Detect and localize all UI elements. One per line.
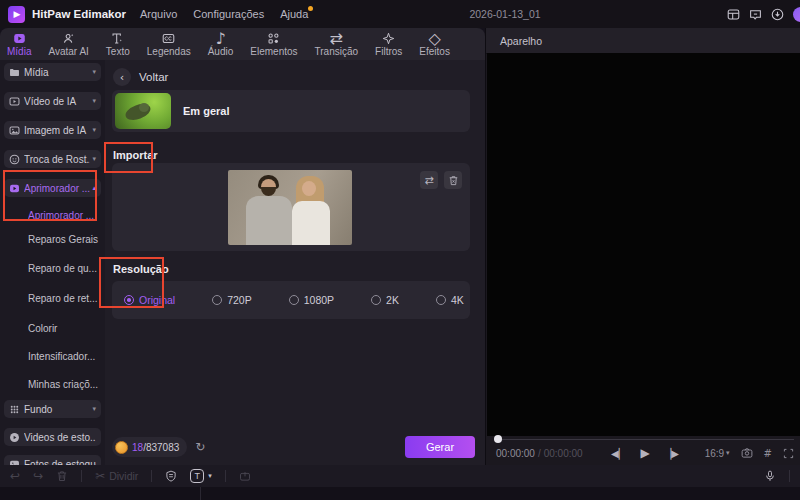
preview-panel: Aparelho 00:00:00 / 00:00:00 ◀▏ ▶ ▕▶ 16:…	[485, 28, 800, 465]
tab-audio[interactable]: ♪ Áudio	[208, 32, 234, 57]
export-frame-button[interactable]	[239, 470, 251, 482]
timeline-track-area[interactable]	[0, 487, 800, 500]
radio-original[interactable]: Original	[124, 294, 175, 306]
export-icon	[239, 470, 251, 482]
back-chevron-icon: ‹	[120, 71, 124, 84]
next-frame-button[interactable]: ▕▶	[664, 448, 679, 459]
sidebar-subitem-minhas-criacoes[interactable]: Minhas criaçõ...	[4, 375, 101, 393]
preview-screen	[487, 53, 800, 436]
radio-dot	[124, 295, 134, 305]
time-current: 00:00:00	[496, 448, 535, 459]
sidebar-item-videos-de-estoque[interactable]: Videos de esto...	[4, 428, 101, 446]
project-name: 2026-01-13_01	[469, 8, 540, 20]
aspect-ratio-select[interactable]: 16:9▾	[705, 448, 730, 459]
menu-configuracoes[interactable]: Configurações	[193, 8, 264, 20]
video-icon	[9, 96, 20, 107]
back-button[interactable]: ‹ Voltar	[113, 68, 168, 86]
seek-handle[interactable]	[494, 435, 502, 443]
add-text-button[interactable]: T▾	[190, 469, 212, 483]
radio-dot	[212, 295, 222, 305]
radio-1080p[interactable]: 1080P	[289, 294, 334, 306]
tab-filtros[interactable]: Filtros	[375, 32, 402, 57]
sidebar-subitem-reparo-de-qualidade[interactable]: Reparo de qu...	[4, 259, 101, 277]
sidebar-item-troca-de-rosto[interactable]: Troca de Rost... ▾	[4, 150, 101, 168]
delete-image-button[interactable]	[444, 171, 462, 189]
sidebar-subitem-colorir[interactable]: Colorir	[4, 319, 101, 337]
pattern-icon	[9, 404, 20, 415]
folder-icon	[9, 67, 20, 78]
sidebar-item-midia[interactable]: Mídia ▾	[4, 63, 101, 81]
tabbar: Mídia Avatar AI Texto Legendas ♪ Áudio E…	[0, 28, 485, 60]
download-icon[interactable]	[771, 8, 784, 21]
notification-dot	[308, 6, 313, 11]
divider	[789, 470, 790, 482]
tab-efeitos[interactable]: ◇ Efeitos	[419, 32, 450, 57]
menu-ajuda[interactable]: Ajuda	[280, 8, 308, 20]
media-icon	[13, 32, 26, 45]
effects-icon: ◇	[428, 32, 440, 45]
transition-icon: ⇄	[330, 32, 343, 45]
main-panel: ‹ Voltar Em geral Importar ⇄ Resolução O…	[105, 60, 485, 465]
credits-badge[interactable]: 18/837083	[112, 437, 187, 457]
sidebar-item-imagem-ia[interactable]: Imagem de IA ▾	[4, 121, 101, 139]
image-icon	[9, 125, 20, 136]
feedback-icon[interactable]	[749, 8, 762, 21]
replace-image-button[interactable]: ⇄	[420, 171, 438, 189]
tab-elementos[interactable]: Elementos	[250, 32, 297, 57]
radio-dot	[436, 295, 446, 305]
generate-button[interactable]: Gerar	[405, 436, 475, 458]
playhead-line	[200, 487, 201, 500]
marker-button[interactable]	[165, 470, 177, 482]
delete-clip-button[interactable]	[56, 470, 68, 482]
audio-icon: ♪	[215, 32, 225, 45]
import-card: ⇄	[112, 163, 470, 251]
undo-button[interactable]: ↩	[10, 469, 20, 483]
menu-arquivo[interactable]: Arquivo	[140, 8, 177, 20]
radio-2k[interactable]: 2K	[371, 294, 399, 306]
microphone-icon	[764, 470, 776, 482]
refresh-icon[interactable]: ↻	[195, 440, 205, 454]
divider	[225, 470, 226, 482]
snapshot-button[interactable]	[741, 447, 753, 459]
voiceover-button[interactable]	[764, 470, 776, 482]
seekbar[interactable]	[494, 435, 794, 443]
trash-icon	[56, 470, 68, 482]
redo-button[interactable]: ↪	[33, 469, 43, 483]
user-avatar[interactable]	[793, 7, 800, 22]
general-thumbnail	[115, 93, 171, 129]
tab-legendas[interactable]: Legendas	[147, 32, 191, 57]
sidebar-subitem-reparo-de-retrato[interactable]: Reparo de ret...	[4, 289, 101, 307]
sidebar-item-aprimorador[interactable]: Aprimorador ... ▴	[4, 179, 101, 197]
play-button[interactable]: ▶	[640, 446, 649, 460]
preview-controls: 00:00:00 / 00:00:00 ◀▏ ▶ ▕▶ 16:9▾ #	[496, 444, 794, 462]
sidebar-item-fundo[interactable]: Fundo ▾	[4, 400, 101, 418]
radio-dot	[289, 295, 299, 305]
tab-midia[interactable]: Mídia	[7, 32, 31, 57]
resolution-card: Original 720P 1080P 2K 4K	[112, 281, 470, 319]
fullscreen-button[interactable]	[783, 448, 794, 459]
credits-used: 18	[132, 442, 143, 453]
credits-row: 18/837083 ↻ Gerar	[112, 436, 475, 458]
layout-panels-icon[interactable]	[727, 8, 740, 21]
coin-icon	[115, 441, 128, 454]
time-total: 00:00:00	[544, 448, 583, 459]
general-card[interactable]: Em geral	[112, 90, 470, 132]
chevron-down-icon: ▾	[92, 405, 96, 413]
prev-frame-button[interactable]: ◀▏	[611, 448, 626, 459]
sidebar-subitem-aprimorador[interactable]: Aprimorador ...	[4, 206, 101, 224]
sidebar-item-video-ia[interactable]: Vídeo de IA ▾	[4, 92, 101, 110]
tab-transicao[interactable]: ⇄ Transição	[315, 32, 359, 57]
marker-icon	[165, 470, 177, 482]
grid-toggle-button[interactable]: #	[764, 448, 772, 459]
fullscreen-icon	[783, 448, 794, 459]
tab-avatar-ai[interactable]: Avatar AI	[48, 32, 88, 57]
seek-track	[494, 439, 794, 441]
tab-texto[interactable]: Texto	[106, 32, 130, 57]
app-name: HitPaw Edimakor	[32, 8, 126, 20]
sidebar-subitem-intensificador[interactable]: Intensificador...	[4, 347, 101, 365]
radio-4k[interactable]: 4K	[436, 294, 464, 306]
text-icon	[111, 32, 124, 45]
sidebar-subitem-reparos-gerais[interactable]: Reparos Gerais	[4, 230, 101, 248]
radio-720p[interactable]: 720P	[212, 294, 252, 306]
split-button[interactable]: ✂Dividir	[95, 469, 138, 483]
